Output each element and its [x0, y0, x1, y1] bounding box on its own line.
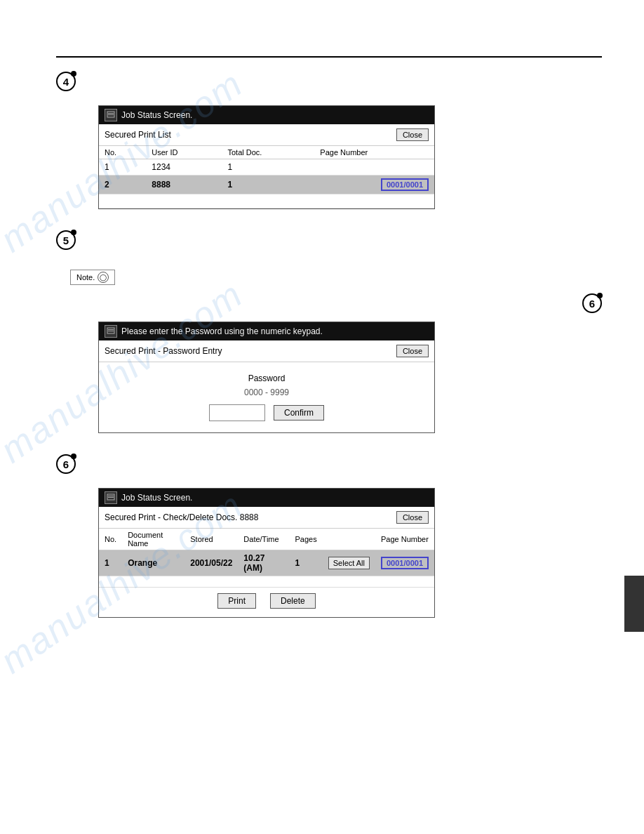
cell-no: 1	[99, 159, 146, 176]
table-header-row: No. User ID Total Doc. Page Number	[99, 146, 434, 159]
col-no: No.	[99, 146, 146, 159]
page-num-container: 0001/0001	[320, 178, 429, 191]
cell-pagenum	[314, 159, 434, 176]
col2-docname: Document Name	[122, 529, 185, 550]
print-button[interactable]: Print	[217, 593, 256, 609]
cell2-pages: 1	[290, 550, 323, 576]
step5-number: 5	[56, 230, 76, 250]
dialog1-titlebar: Job Status Screen.	[99, 106, 434, 124]
note-label: Note.	[76, 273, 95, 282]
col-totaldoc: Total Doc.	[222, 146, 315, 159]
step6-ref-number: 6	[582, 293, 602, 313]
cell-totaldoc: 1	[222, 176, 315, 194]
dialog1-titlebar-icon	[105, 109, 117, 121]
col2-no: No.	[99, 529, 122, 550]
dialog2-header-label: Secured Print - Check/Delete Docs. 8888	[105, 512, 258, 522]
dialog2-header-row: Secured Print - Check/Delete Docs. 8888 …	[99, 507, 434, 529]
table-row[interactable]: 2 8888 1 0001/0001	[99, 176, 434, 194]
cell-pagenum: 0001/0001	[314, 176, 434, 194]
cell2-docname: Orange	[122, 550, 185, 576]
dialog2-table-row[interactable]: 1 Orange 2001/05/22 10.27 (AM) 1 Select …	[99, 550, 434, 576]
cell-userid: 8888	[146, 176, 222, 194]
dialog1-header-label: Secured Print List	[105, 130, 171, 140]
svg-rect-5	[108, 331, 114, 331]
confirm-button[interactable]: Confirm	[274, 405, 324, 421]
step4-row: 4	[56, 72, 602, 97]
col2-selectall-header	[323, 529, 375, 550]
col2-pagenum: Page Number	[375, 529, 434, 550]
note-circle-icon: ◯	[98, 272, 109, 283]
svg-rect-7	[108, 496, 114, 496]
right-sidebar-tab	[624, 576, 644, 632]
cell-userid: 1234	[146, 159, 222, 176]
password-dialog-titlebar-text: Please enter the Password using the nume…	[121, 326, 323, 336]
col2-datetime: Date/Time	[238, 529, 289, 550]
password-dialog-header-label: Secured Print - Password Entry	[105, 346, 222, 356]
check-delete-dialog: Job Status Screen. Secured Print - Check…	[98, 488, 435, 618]
cell-no: 2	[99, 176, 146, 194]
dialog1-close-button[interactable]: Close	[396, 128, 429, 141]
svg-rect-1	[108, 113, 114, 114]
secured-print-list-table: No. User ID Total Doc. Page Number 1 123…	[99, 146, 434, 208]
empty-row-cell	[99, 194, 434, 208]
select-all-button[interactable]: Select All	[328, 557, 370, 569]
step6-ref-container: 6	[56, 293, 602, 319]
check-delete-table: No. Document Name Stored Date/Time Pages…	[99, 529, 434, 588]
password-dialog-titlebar: Please enter the Password using the nume…	[99, 322, 434, 340]
svg-rect-2	[108, 114, 114, 115]
dialog1-titlebar-text: Job Status Screen.	[121, 110, 192, 120]
cell2-selectall-btn-cell: Select All	[323, 550, 375, 576]
password-dialog-icon	[105, 325, 117, 338]
step4-number: 4	[56, 72, 76, 91]
col-userid: User ID	[146, 146, 222, 159]
password-input-row: Confirm	[110, 404, 423, 421]
password-input[interactable]	[209, 404, 265, 421]
dialog2-titlebar: Job Status Screen.	[99, 489, 434, 507]
dialog2-close-button[interactable]: Close	[396, 511, 429, 524]
table-row[interactable]: 1 1234 1	[99, 159, 434, 176]
note-box: Note. ◯	[70, 270, 115, 285]
dialog2-page-number-badge: 0001/0001	[381, 557, 429, 569]
password-label: Password	[110, 373, 423, 383]
top-rule	[56, 56, 602, 58]
cell-totaldoc: 1	[222, 159, 315, 176]
dialog2-empty-row	[99, 576, 434, 588]
dialog2-titlebar-icon	[105, 491, 117, 504]
step5-row: 5	[56, 230, 602, 256]
dialog1-header-row: Secured Print List Close	[99, 124, 434, 146]
dialog2-actions: Print Delete	[99, 588, 434, 617]
dialog2-table-header-row: No. Document Name Stored Date/Time Pages…	[99, 529, 434, 550]
password-entry-dialog: Please enter the Password using the nume…	[98, 322, 435, 433]
col2-stored: Stored	[185, 529, 238, 550]
svg-rect-4	[108, 329, 114, 330]
step6-row: 6	[56, 454, 602, 479]
dialog2-empty-cell	[99, 576, 434, 588]
table-row-empty	[99, 194, 434, 208]
password-body: Password 0000 - 9999 Confirm	[99, 362, 434, 432]
cell2-no: 1	[99, 550, 122, 576]
password-dialog-close-button[interactable]: Close	[396, 345, 429, 357]
page-number-badge: 0001/0001	[381, 178, 429, 191]
svg-rect-8	[108, 497, 114, 498]
step6-number: 6	[56, 454, 76, 474]
col-pagenum: Page Number	[314, 146, 434, 159]
password-dialog-header-row: Secured Print - Password Entry Close	[99, 340, 434, 362]
password-range: 0000 - 9999	[110, 388, 423, 397]
dialog2-titlebar-text: Job Status Screen.	[121, 493, 192, 503]
col2-pages: Pages	[290, 529, 323, 550]
page-container: manualhive.com manualhive.com manualhive…	[0, 0, 644, 834]
secured-print-list-dialog: Job Status Screen. Secured Print List Cl…	[98, 105, 435, 209]
cell2-stored: 2001/05/22	[185, 550, 238, 576]
cell2-datetime: 10.27 (AM)	[238, 550, 289, 576]
cell2-pagenum: 0001/0001	[375, 550, 434, 576]
delete-button[interactable]: Delete	[270, 593, 316, 609]
